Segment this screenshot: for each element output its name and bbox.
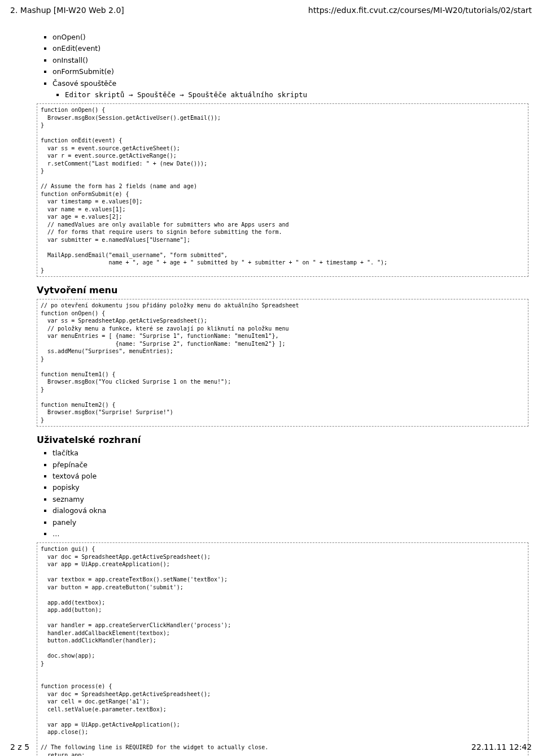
page-content: onOpen() onEdit(event) onInstall() onFor… [37, 31, 528, 756]
page: 2. Mashup [MI-W20 Web 2.0] https://edux.… [0, 0, 542, 756]
list-item: popisky [53, 482, 528, 493]
list-item: přepínače [53, 459, 528, 470]
print-footer-page: 2 z 5 [10, 742, 29, 751]
list-item: tlačítka [53, 447, 528, 458]
print-footer-date: 22.11.11 12:42 [471, 742, 532, 751]
section-heading-menu: Vytvoření menu [37, 285, 528, 296]
code-block-menu: // po otevření dokumentu jsou přidány po… [37, 299, 528, 427]
list-item: dialogová okna [53, 505, 528, 516]
list-item: Časové spouštěče Editor skriptů → Spoušt… [53, 78, 528, 101]
list-item: … [53, 528, 528, 539]
list-item: onOpen() [53, 32, 528, 42]
print-header-url: https://edux.fit.cvut.cz/courses/MI-W20/… [308, 6, 532, 15]
print-header-title: 2. Mashup [MI-W20 Web 2.0] [10, 6, 124, 15]
list-item-label: Časové spouštěče [53, 79, 116, 88]
list-item: onInstall() [53, 55, 528, 66]
list-item: seznamy [53, 494, 528, 505]
list-item: panely [53, 517, 528, 528]
ui-list: tlačítka přepínače textová pole popisky … [37, 447, 528, 539]
list-item: textová pole [53, 471, 528, 481]
code-block-triggers: function onOpen() { Browser.msgBox(Sessi… [37, 103, 528, 277]
list-item: Editor skriptů → Spouštěče → Spouštěče a… [65, 89, 528, 100]
list-item: onEdit(event) [53, 43, 528, 54]
section-heading-ui: Uživatelské rozhraní [37, 435, 528, 445]
code-block-gui: function gui() { var doc = SpreadsheetAp… [37, 542, 528, 756]
trigger-list: onOpen() onEdit(event) onInstall() onFor… [37, 32, 528, 100]
list-item: onFormSubmit(e) [53, 66, 528, 77]
